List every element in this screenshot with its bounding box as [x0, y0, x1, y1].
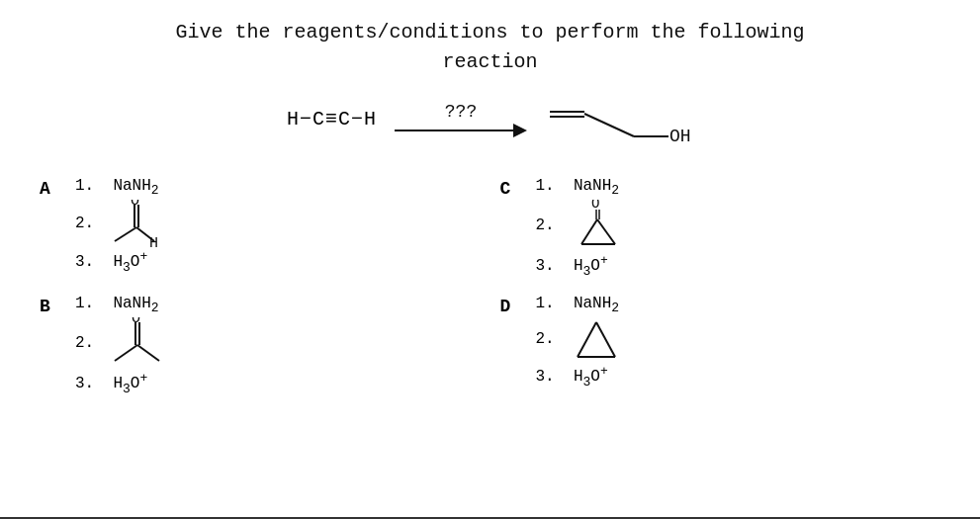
title: Give the reagents/conditions to perform … — [30, 18, 950, 77]
svg-line-22 — [578, 322, 596, 357]
svg-text:O: O — [591, 200, 599, 212]
svg-line-23 — [596, 322, 615, 357]
ethylene-oxide-structure-c: O — [570, 200, 629, 251]
svg-line-14 — [581, 219, 597, 244]
title-line2: reaction — [30, 47, 950, 77]
product-structure: OH — [545, 87, 693, 151]
option-a: A 1. NaNH2 2. O — [30, 169, 490, 287]
option-d-step2: 2. — [536, 317, 625, 362]
option-a-step3-text: 3. H3O+ — [75, 249, 147, 275]
option-b-step3: 3. H3O+ — [75, 371, 169, 396]
option-a-step2: 2. O H — [75, 200, 164, 247]
epoxide-structure-d — [570, 317, 624, 362]
option-a-letter: A — [40, 179, 57, 199]
option-c-step1: 1. NaNH2 — [536, 177, 630, 198]
svg-line-15 — [597, 219, 615, 244]
option-d-step1-text: 1. NaNH2 — [536, 295, 620, 315]
svg-line-21 — [137, 345, 159, 361]
option-d-steps: 1. NaNH2 2. 3. H3O+ — [536, 295, 625, 389]
methyl-ketone-structure: O — [110, 317, 169, 369]
reactant: H−C≡C−H — [287, 108, 377, 130]
option-a-step1: 1. NaNH2 — [75, 177, 164, 198]
option-a-step1-text: 1. NaNH2 — [75, 177, 159, 198]
option-c-step2: 2. O — [536, 200, 630, 251]
option-b-letter: B — [40, 297, 57, 316]
svg-text:O: O — [132, 317, 140, 327]
reaction-row: H−C≡C−H ??? OH — [30, 87, 950, 151]
option-b-steps: 1. NaNH2 2. O — [75, 295, 169, 396]
option-b-step2: 2. O — [75, 317, 169, 369]
options-grid: A 1. NaNH2 2. O — [30, 169, 950, 403]
option-a-step2-label: 2. — [75, 215, 104, 232]
option-c-step3-text: 3. H3O+ — [536, 253, 608, 279]
svg-line-8 — [115, 227, 136, 241]
product: OH — [545, 87, 693, 151]
arrow-container: ??? — [395, 102, 527, 137]
option-c-step2-label: 2. — [536, 216, 565, 234]
acetaldehyde-structure: O H — [110, 200, 164, 247]
title-line1: Give the reagents/conditions to perform … — [30, 18, 950, 47]
svg-line-20 — [115, 345, 137, 361]
svg-text:H: H — [149, 235, 158, 247]
arrow-line — [395, 130, 513, 131]
option-b-step2-label: 2. — [75, 334, 104, 352]
option-d-step3: 3. H3O+ — [536, 364, 625, 389]
option-a-steps: 1. NaNH2 2. O H — [75, 177, 164, 275]
svg-text:OH: OH — [669, 127, 691, 146]
condition-label: ??? — [445, 102, 477, 122]
option-b-step3-text: 3. H3O+ — [75, 371, 147, 396]
arrow-head — [513, 124, 527, 137]
svg-line-2 — [584, 114, 634, 136]
option-c: C 1. NaNH2 2. O — [490, 169, 951, 287]
option-c-letter: C — [500, 179, 518, 199]
option-c-step1-text: 1. NaNH2 — [536, 177, 620, 198]
option-a-step3: 3. H3O+ — [75, 249, 164, 275]
option-d: D 1. NaNH2 2. 3. H3O+ — [490, 287, 951, 404]
page: Give the reagents/conditions to perform … — [0, 0, 980, 519]
option-d-step2-label: 2. — [536, 330, 565, 348]
reaction-arrow — [395, 124, 527, 137]
option-c-steps: 1. NaNH2 2. O — [536, 177, 630, 279]
option-c-step3: 3. H3O+ — [536, 253, 630, 279]
option-d-step1: 1. NaNH2 — [536, 295, 625, 315]
option-d-step3-text: 3. H3O+ — [536, 364, 608, 389]
option-b: B 1. NaNH2 2. O — [30, 287, 490, 404]
option-b-step1-text: 1. NaNH2 — [75, 295, 159, 315]
svg-text:O: O — [131, 200, 139, 210]
option-d-letter: D — [500, 297, 518, 316]
option-b-step1: 1. NaNH2 — [75, 295, 169, 315]
